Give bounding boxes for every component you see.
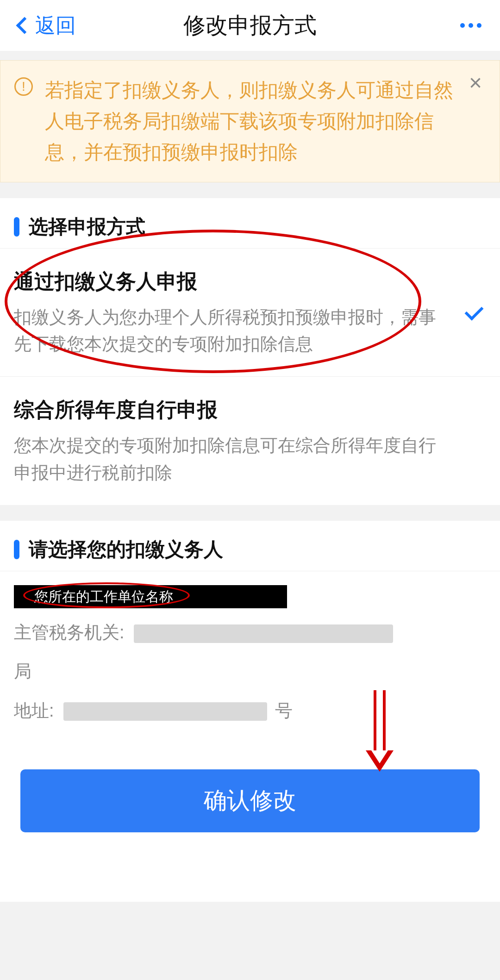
section-title-employer: 请选择您的扣缴义务人 — [29, 537, 223, 562]
head-bar-icon — [14, 217, 19, 237]
employer-name-redacted: 您所在的工作单位名称 — [14, 585, 287, 608]
section-employer: 请选择您的扣缴义务人 您所在的工作单位名称 主管税务机关: 局 地址: 号 — [0, 521, 500, 741]
back-label: 返回 — [35, 12, 76, 39]
section-head-employer: 请选择您的扣缴义务人 — [0, 521, 500, 571]
chevron-left-icon — [16, 17, 33, 34]
address-label: 地址: — [14, 701, 54, 720]
option-title: 通过扣缴义务人申报 — [14, 268, 444, 295]
employer-tax-authority-row: 主管税务机关: — [14, 616, 486, 649]
redacted-band — [134, 624, 393, 643]
annotation-ellipse-small — [23, 582, 190, 608]
employer-tax-authority-suffix: 局 — [14, 655, 486, 688]
option-withholding-agent[interactable]: 通过扣缴义务人申报 扣缴义务人为您办理个人所得税预扣预缴申报时，需事先下载您本次… — [0, 248, 500, 377]
warning-icon: ! — [14, 77, 33, 96]
option-desc: 扣缴义务人为您办理个人所得税预扣预缴申报时，需事先下载您本次提交的专项附加扣除信… — [14, 304, 444, 358]
option-title: 综合所得年度自行申报 — [14, 396, 444, 424]
check-icon — [462, 301, 484, 324]
confirm-label: 确认修改 — [204, 785, 296, 816]
close-icon[interactable]: × — [465, 75, 486, 95]
address-suffix: 号 — [275, 701, 293, 720]
employer-item[interactable]: 您所在的工作单位名称 主管税务机关: 局 地址: 号 — [0, 571, 500, 741]
option-desc: 您本次提交的专项附加扣除信息可在综合所得年度自行申报中进行税前扣除 — [14, 432, 444, 487]
head-bar-icon — [14, 540, 19, 559]
redacted-band — [63, 702, 267, 721]
more-icon[interactable] — [460, 23, 481, 28]
tax-authority-label: 主管税务机关: — [14, 623, 125, 642]
section-title-method: 选择申报方式 — [29, 214, 145, 240]
page-title: 修改申报方式 — [183, 11, 317, 40]
notice-banner: ! 若指定了扣缴义务人，则扣缴义务人可通过自然人电子税务局扣缴端下载该项专项附加… — [0, 60, 500, 182]
confirm-area: 确认修改 — [0, 741, 500, 902]
notice-text: 若指定了扣缴义务人，则扣缴义务人可通过自然人电子税务局扣缴端下载该项专项附加扣除… — [45, 75, 486, 168]
back-button[interactable]: 返回 — [19, 12, 76, 39]
employer-address-row: 地址: 号 — [14, 694, 486, 727]
nav-bar: 返回 修改申报方式 — [0, 0, 500, 51]
section-head-method: 选择申报方式 — [0, 198, 500, 248]
option-self-declare[interactable]: 综合所得年度自行申报 您本次提交的专项附加扣除信息可在综合所得年度自行申报中进行… — [0, 376, 500, 505]
section-method: 选择申报方式 通过扣缴义务人申报 扣缴义务人为您办理个人所得税预扣预缴申报时，需… — [0, 198, 500, 506]
confirm-button[interactable]: 确认修改 — [20, 769, 480, 832]
